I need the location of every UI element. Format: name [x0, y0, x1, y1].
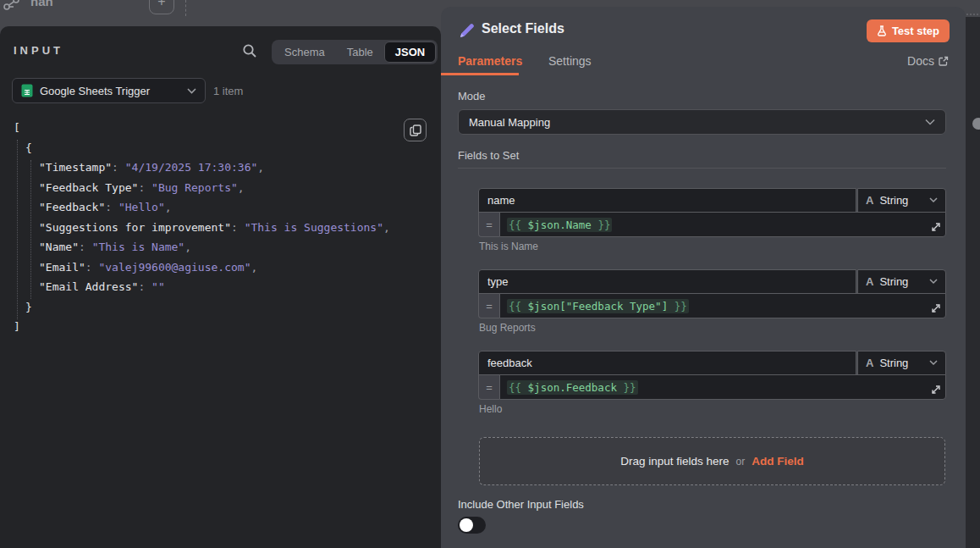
expression-equals-badge: = [478, 212, 499, 237]
string-type-icon: A [866, 194, 873, 207]
expression-value: {{ $json.Feedback }} [507, 380, 638, 395]
field-type-value: String [879, 275, 923, 288]
field-type-select[interactable]: A String [857, 351, 946, 375]
json-line: [ [14, 118, 390, 138]
drag-fields-dropzone[interactable]: Drag input fields here or Add Field [479, 437, 945, 485]
json-code: [{"Timestamp": "4/19/2025 17:30:36","Fee… [14, 118, 390, 337]
json-line: "Email Address": "" [14, 277, 390, 297]
json-line: "Name": "This is Name", [14, 237, 390, 257]
mode-label: Mode [458, 90, 486, 102]
section-divider [458, 168, 946, 169]
copy-json-button[interactable] [404, 119, 427, 141]
input-panel-title: INPUT [14, 44, 63, 57]
fields-list: name A String = {{ $json.Name }} This is… [478, 188, 946, 432]
add-node-button[interactable]: + [149, 0, 174, 14]
flask-icon [877, 25, 887, 36]
include-other-fields-label: Include Other Input Fields [458, 498, 584, 511]
expand-expression-icon[interactable] [930, 384, 943, 396]
expression-preview: Bug Reports [479, 322, 946, 334]
field-type-value: String [879, 194, 923, 207]
json-line: "Feedback Type": "Bug Reports", [14, 178, 390, 198]
expression-value: {{ $json["Feedback Type"] }} [507, 299, 689, 313]
app-window: nan + INPUT Schema Table JSON Google She… [0, 0, 980, 548]
expression-value: {{ $json.Name }} [507, 218, 612, 232]
json-line: "Email": "valej99600@agiuse.com", [14, 257, 390, 278]
mode-select[interactable]: Manual Mapping [458, 109, 946, 135]
toggle-knob [460, 518, 473, 532]
docs-label: Docs [907, 54, 934, 68]
chevron-down-icon [929, 360, 938, 366]
input-source-label: Google Sheets Trigger [40, 85, 180, 97]
expression-preview: Hello [479, 403, 946, 415]
expression-input[interactable]: {{ $json.Feedback }} [499, 374, 946, 400]
test-step-label: Test step [892, 25, 939, 37]
tab-schema[interactable]: Schema [273, 42, 336, 63]
test-step-button[interactable]: Test step [867, 19, 950, 42]
search-icon[interactable] [242, 42, 259, 59]
canvas-connection-fragment [185, 0, 186, 16]
fields-to-set-label: Fields to Set [458, 149, 519, 162]
tab-settings[interactable]: Settings [548, 54, 592, 68]
tab-parameters[interactable]: Parameters [458, 54, 522, 68]
field-name-value: feedback [487, 357, 532, 369]
chevron-down-icon [925, 119, 935, 125]
field-row: name A String = {{ $json.Name }} This is… [478, 188, 946, 252]
field-name-input[interactable]: name [478, 188, 856, 213]
chevron-down-icon [187, 88, 196, 94]
json-line: "Feedback": "Hello", [14, 197, 390, 218]
dropzone-text: Drag input fields here [620, 455, 729, 468]
external-link-icon [939, 56, 949, 66]
add-field-button[interactable]: Add Field [752, 455, 804, 468]
field-type-select[interactable]: A String [857, 188, 946, 213]
active-tab-underline [441, 73, 519, 75]
expand-expression-icon[interactable] [930, 302, 943, 315]
input-source-select[interactable]: Google Sheets Trigger [12, 78, 206, 103]
string-type-icon: A [866, 357, 873, 369]
field-type-value: String [879, 357, 923, 369]
expression-input[interactable]: {{ $json["Feedback Type"] }} [499, 293, 946, 318]
workflow-name: nan [30, 0, 53, 8]
field-name-input[interactable]: feedback [478, 351, 856, 375]
expand-expression-icon[interactable] [930, 221, 943, 234]
docs-link[interactable]: Docs [907, 54, 949, 68]
node-settings-panel: Select Fields Test step Parameters Setti… [441, 7, 966, 548]
copy-icon [410, 125, 421, 136]
chevron-down-icon [929, 197, 938, 203]
input-item-count: 1 item [213, 85, 243, 97]
json-line: { [14, 138, 390, 158]
include-other-fields-toggle[interactable] [458, 517, 486, 534]
workflow-share-icon [3, 0, 24, 11]
field-type-select[interactable]: A String [857, 269, 946, 294]
output-panel-edge [966, 17, 980, 548]
node-title: Select Fields [482, 21, 564, 36]
json-line: "Suggestions for improvement": "This is … [14, 218, 390, 238]
canvas-node-fragment [972, 118, 980, 130]
field-row: type A String = {{ $json["Feedback Type"… [478, 269, 946, 334]
input-panel: INPUT Schema Table JSON Google Sheets Tr… [0, 26, 441, 548]
expression-input[interactable]: {{ $json.Name }} [499, 212, 946, 237]
field-name-input[interactable]: type [478, 269, 856, 294]
field-name-value: name [487, 194, 515, 207]
expression-equals-badge: = [478, 293, 499, 318]
json-line: "Timestamp": "4/19/2025 17:30:36", [14, 158, 390, 178]
field-name-value: type [487, 275, 509, 288]
expression-equals-badge: = [478, 374, 499, 400]
string-type-icon: A [866, 275, 873, 288]
tab-json[interactable]: JSON [384, 42, 436, 63]
mode-value: Manual Mapping [469, 116, 925, 129]
pencil-icon [458, 22, 476, 40]
input-view-tabs: Schema Table JSON [272, 40, 438, 64]
tab-table[interactable]: Table [336, 42, 384, 63]
json-line: } [14, 297, 390, 318]
json-line: ] [14, 317, 390, 337]
chevron-down-icon [929, 279, 938, 285]
dropzone-or-text: or [736, 456, 746, 468]
google-sheets-icon [21, 84, 33, 97]
expression-preview: This is Name [479, 241, 946, 252]
field-row: feedback A String = {{ $json.Feedback }}… [478, 351, 946, 415]
